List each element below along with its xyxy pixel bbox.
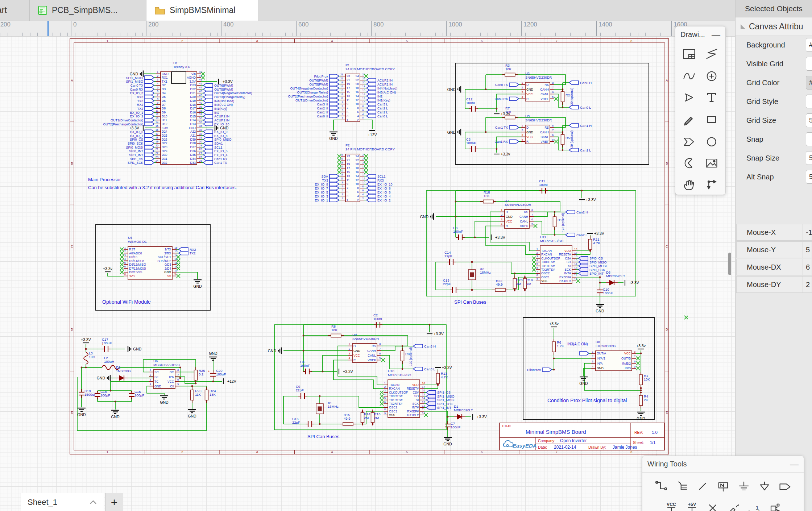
svg-text:VCC: VCC — [667, 502, 676, 507]
canvas-attributes-title: Canvas Attribu — [749, 22, 803, 32]
tab-label: PCB_SimpBMS... — [52, 5, 118, 15]
ellipse-tool-icon[interactable] — [700, 130, 723, 152]
mouse-row-mouse-y: Mouse-Y5 — [736, 241, 812, 258]
drawing-tools-palette: Drawi... — — [675, 26, 726, 195]
minimize-icon[interactable]: — — [790, 460, 799, 469]
pin-number-tool-icon[interactable]: 11 — [744, 499, 765, 511]
ground-alt-tool-icon[interactable] — [754, 477, 775, 496]
add-sheet-button[interactable]: + — [105, 493, 123, 511]
bus-entry-tool-icon[interactable] — [692, 477, 713, 496]
attribute-input-visible-grid[interactable] — [806, 57, 812, 71]
pcb-file-icon — [38, 5, 47, 15]
dimension-tool-icon[interactable] — [700, 174, 723, 195]
ruler-cursor-marker — [47, 21, 49, 36]
vcc-flag-tool-icon[interactable]: VCC — [661, 499, 682, 511]
attribute-input-alt-snap[interactable] — [806, 170, 812, 184]
image-tool-icon[interactable] — [700, 152, 723, 174]
mouse-row-label: Mouse-Y — [736, 241, 803, 258]
ruler-label: 1000 — [446, 21, 462, 36]
attribute-row-grid-size: Grid Size — [736, 111, 812, 130]
attribute-row-grid-color: Grid Color — [736, 74, 812, 92]
sheet-name: Sheet_1 — [28, 498, 57, 507]
polygon-tool-icon[interactable] — [678, 130, 700, 152]
attribute-row-alt-snap: Alt Snap — [736, 168, 812, 187]
attribute-input-snap[interactable] — [806, 132, 812, 146]
collapse-triangle-icon — [741, 24, 745, 29]
svg-text:+5V: +5V — [688, 502, 696, 507]
attribute-label: Snap Size — [746, 154, 779, 162]
schematic-canvas[interactable] — [0, 36, 736, 511]
attribute-input-grid-color[interactable] — [806, 76, 812, 90]
ruler-label: 400 — [221, 21, 233, 36]
document-tab-simpbmsminimal[interactable]: SimpBMSMinimal — [146, 0, 259, 21]
ruler-label: 600 — [296, 21, 308, 36]
tab-label: art — [0, 5, 7, 15]
arc-tool-icon[interactable] — [700, 65, 723, 87]
ground-tool-icon[interactable] — [733, 477, 754, 496]
polyline-tool-icon[interactable] — [700, 43, 723, 65]
ruler-label: 800 — [371, 21, 384, 36]
wiring-tools-title: Wiring Tools — [647, 460, 687, 468]
rect-tool-icon[interactable] — [700, 108, 723, 130]
mouse-row-mouse-dx: Mouse-DX6 — [736, 259, 812, 275]
attribute-input-grid-style[interactable] — [806, 95, 812, 108]
chevron-up-icon[interactable] — [89, 500, 97, 505]
folder-icon — [154, 6, 165, 15]
attribute-row-background: Background — [736, 36, 812, 55]
attribute-label: Snap — [746, 135, 763, 144]
canvas-attributes-section[interactable]: Canvas Attribu — [736, 17, 812, 36]
bus-tool-icon[interactable] — [671, 477, 692, 496]
easyeda-application: 1122334455667788AABBCCDDEETITLE:Minimal … — [0, 0, 812, 511]
drawing-tools-title: Drawi... — [680, 30, 705, 39]
right-attributes-panel: Selected Objects Canvas Attribu Backgrou… — [735, 0, 812, 511]
ruler-label: 0 — [71, 21, 76, 36]
arrow-tool-icon[interactable] — [678, 87, 700, 108]
mouse-row-value: 5 — [803, 241, 812, 258]
net-label-tool-icon[interactable] — [713, 477, 733, 496]
mouse-row-value: 6 — [803, 259, 812, 275]
sheet-tab[interactable]: Sheet_1 — [21, 493, 104, 511]
no-connect-tool-icon[interactable] — [703, 499, 723, 511]
canvas-attribute-rows: BackgroundVisible GridGrid ColorGrid Sty… — [736, 36, 812, 187]
signal-probe-tool-icon[interactable] — [723, 499, 744, 511]
mouse-row-value: -1 — [803, 224, 812, 241]
panel-scrollbar-thumb[interactable] — [728, 253, 731, 275]
mouse-row-value: 2 — [803, 276, 812, 293]
attribute-label: Alt Snap — [746, 173, 774, 181]
drag-hand-tool-icon[interactable] — [678, 174, 700, 195]
attribute-input-grid-size[interactable] — [806, 113, 812, 127]
pie-tool-icon[interactable] — [678, 152, 700, 174]
mouse-row-label: Mouse-DY — [736, 276, 803, 293]
document-tabbar: artPCB_SimpBMS...SimpBMSMinimal — [0, 0, 736, 21]
attribute-row-visible-grid: Visible Grid — [736, 55, 812, 74]
ruler-label: 1400 — [596, 21, 612, 36]
wiring-tools-palette: Wiring Tools — VCC+5V11 — [642, 456, 804, 511]
attribute-label: Visible Grid — [746, 60, 783, 68]
mouse-coordinate-table: Mouse-X-1Mouse-Y5Mouse-DX6Mouse-DY2 — [736, 224, 812, 294]
document-tab-art[interactable]: art — [0, 0, 30, 21]
tab-label: SimpBMSMinimal — [170, 5, 235, 15]
mouse-row-mouse-x: Mouse-X-1 — [736, 224, 812, 241]
mouse-row-label: Mouse-X — [736, 224, 803, 241]
ruler-label: -200 — [0, 21, 11, 36]
attribute-input-background[interactable] — [806, 38, 812, 52]
document-tab-pcb-simpbms-[interactable]: PCB_SimpBMS... — [30, 0, 146, 21]
plus-icon: + — [111, 496, 118, 509]
attribute-label: Grid Color — [746, 79, 779, 87]
attribute-input-snap-size[interactable] — [806, 151, 812, 165]
attribute-row-snap-size: Snap Size — [736, 149, 812, 168]
sheet-settings-tool-icon[interactable] — [678, 43, 700, 65]
wire-tool-icon[interactable] — [651, 477, 671, 496]
group-block-tool-icon[interactable] — [765, 499, 785, 511]
text-tool-icon[interactable] — [700, 87, 723, 108]
mouse-row-label: Mouse-DX — [736, 259, 803, 275]
attribute-label: Grid Size — [746, 116, 776, 125]
ruler-label: 200 — [146, 21, 158, 36]
plus5v-flag-tool-icon[interactable]: +5V — [682, 499, 703, 511]
horizontal-ruler: -20002004006008001000120014001600 — [0, 21, 736, 37]
minimize-icon[interactable]: — — [712, 30, 720, 39]
bezier-tool-icon[interactable] — [678, 65, 700, 87]
net-flag-tool-icon[interactable] — [775, 477, 795, 496]
pencil-tool-icon[interactable] — [678, 108, 700, 130]
selected-objects-header: Selected Objects — [736, 0, 812, 17]
